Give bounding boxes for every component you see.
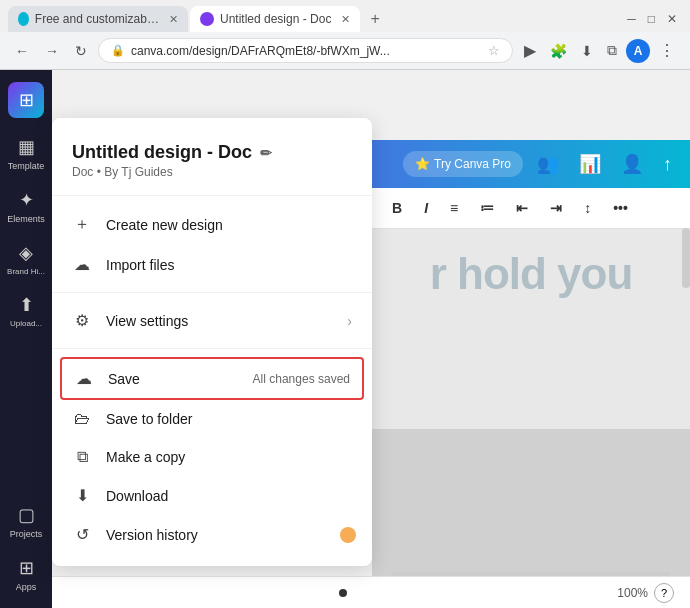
address-bar[interactable]: 🔒 canva.com/design/DAFrARQmEt8/-bfWXm_jW… bbox=[98, 38, 513, 63]
dropdown-divider-3 bbox=[52, 348, 372, 349]
template-icon: ▦ bbox=[18, 136, 35, 158]
try-pro-label: Try Canva Pro bbox=[434, 157, 511, 171]
settings-label: View settings bbox=[106, 313, 333, 329]
profile-button[interactable]: A bbox=[626, 39, 650, 63]
bookmark-icon[interactable]: ☆ bbox=[488, 43, 500, 58]
settings-icon: ⚙ bbox=[72, 311, 92, 330]
sidebar-label-template: Template bbox=[8, 161, 45, 171]
format-more[interactable]: ••• bbox=[605, 196, 636, 220]
dropdown-item-download[interactable]: ⬇ Download bbox=[52, 476, 372, 515]
copy-label: Make a copy bbox=[106, 449, 352, 465]
menu-icon[interactable]: ⋮ bbox=[654, 38, 680, 63]
save-status-text: All changes saved bbox=[253, 372, 350, 386]
forward-button[interactable]: → bbox=[40, 40, 64, 62]
dropdown-item-create[interactable]: ＋ Create new design bbox=[52, 204, 372, 245]
home-icon: ⊞ bbox=[19, 89, 34, 111]
format-align-left[interactable]: ≡ bbox=[442, 196, 466, 220]
file-dropdown: Untitled design - Doc ✏ Doc • By Tj Guid… bbox=[52, 118, 372, 566]
chart-icon[interactable]: 📊 bbox=[573, 149, 607, 179]
download-label: Download bbox=[106, 488, 352, 504]
format-indent-more[interactable]: ⇥ bbox=[542, 196, 570, 220]
browser-titlebar: Free and customizable Insta... ✕ Untitle… bbox=[0, 0, 690, 32]
zoom-level: 100% bbox=[617, 586, 648, 600]
dropdown-item-version[interactable]: ↺ Version history bbox=[52, 515, 372, 554]
sidebar-label-elements: Elements bbox=[7, 214, 45, 224]
user-plus-icon[interactable]: 👤 bbox=[615, 149, 649, 179]
extensions-icon[interactable]: ▶ bbox=[519, 38, 541, 63]
dropdown-item-import[interactable]: ☁ Import files bbox=[52, 245, 372, 284]
download-icon: ⬇ bbox=[72, 486, 92, 505]
edit-title-icon[interactable]: ✏ bbox=[260, 145, 272, 161]
save-icon: ☁ bbox=[74, 369, 94, 388]
save-label: Save bbox=[108, 371, 239, 387]
address-text: canva.com/design/DAFrARQmEt8/-bfWXm_jW..… bbox=[131, 44, 482, 58]
version-label: Version history bbox=[106, 527, 352, 543]
page-dot-indicator bbox=[339, 589, 347, 597]
lock-icon: 🔒 bbox=[111, 44, 125, 57]
version-badge bbox=[340, 527, 356, 543]
left-sidebar: ⊞ ▦ Template ✦ Elements ◈ Brand Hi... ⬆ … bbox=[0, 70, 52, 608]
tab2-close[interactable]: ✕ bbox=[341, 13, 350, 26]
dropdown-item-copy[interactable]: ⧉ Make a copy bbox=[52, 438, 372, 476]
browser-tab-2[interactable]: Untitled design - Doc ✕ bbox=[190, 6, 360, 32]
sidebar-item-projects[interactable]: ▢ Projects bbox=[0, 496, 52, 547]
status-bar: 100% ? bbox=[52, 576, 690, 608]
canvas-area: B I ≡ ≔ ⇤ ⇥ ↕ ••• r hold you bbox=[372, 188, 690, 608]
dropdown-item-save-folder[interactable]: 🗁 Save to folder bbox=[52, 400, 372, 438]
download-icon[interactable]: ⬇ bbox=[576, 40, 598, 62]
elements-icon: ✦ bbox=[19, 189, 34, 211]
sidebar-item-brand[interactable]: ◈ Brand Hi... bbox=[0, 234, 52, 284]
window-icon[interactable]: ⧉ bbox=[602, 39, 622, 62]
format-indent-less[interactable]: ⇤ bbox=[508, 196, 536, 220]
dropdown-title: Untitled design - Doc ✏ bbox=[72, 142, 352, 163]
close-button[interactable]: ✕ bbox=[662, 9, 682, 29]
format-bold[interactable]: B bbox=[384, 196, 410, 220]
minimize-button[interactable]: ─ bbox=[622, 9, 641, 29]
format-list-unordered[interactable]: ≔ bbox=[472, 196, 502, 220]
dropdown-subtitle: Doc • By Tj Guides bbox=[72, 165, 352, 179]
canva-layout: ⊞ ▦ Template ✦ Elements ◈ Brand Hi... ⬆ … bbox=[0, 70, 690, 608]
puzzle-icon[interactable]: 🧩 bbox=[545, 40, 572, 62]
sidebar-label-apps: Apps bbox=[16, 582, 37, 592]
share-button[interactable]: ↑ bbox=[657, 150, 678, 179]
maximize-button[interactable]: □ bbox=[643, 9, 660, 29]
toolbar-right: ▶ 🧩 ⬇ ⧉ A ⋮ bbox=[519, 38, 680, 63]
tab1-close[interactable]: ✕ bbox=[169, 13, 178, 26]
back-button[interactable]: ← bbox=[10, 40, 34, 62]
save-folder-label: Save to folder bbox=[106, 411, 352, 427]
dropdown-divider-1 bbox=[52, 195, 372, 196]
dropdown-header: Untitled design - Doc ✏ Doc • By Tj Guid… bbox=[52, 130, 372, 187]
try-pro-button[interactable]: ⭐ Try Canva Pro bbox=[403, 151, 523, 177]
settings-arrow-icon: › bbox=[347, 313, 352, 329]
sidebar-item-apps[interactable]: ⊞ Apps bbox=[0, 549, 52, 600]
new-tab-button[interactable]: + bbox=[362, 6, 387, 32]
dropdown-title-text: Untitled design - Doc bbox=[72, 142, 252, 163]
help-button[interactable]: ? bbox=[654, 583, 674, 603]
tab2-label: Untitled design - Doc bbox=[220, 12, 331, 26]
sidebar-item-home[interactable]: ⊞ bbox=[8, 82, 44, 118]
browser-chrome: Free and customizable Insta... ✕ Untitle… bbox=[0, 0, 690, 70]
import-icon: ☁ bbox=[72, 255, 92, 274]
sidebar-label-brand: Brand Hi... bbox=[7, 267, 45, 276]
format-italic[interactable]: I bbox=[416, 196, 436, 220]
page-navigation bbox=[339, 589, 347, 597]
reload-button[interactable]: ↻ bbox=[70, 40, 92, 62]
sidebar-item-template[interactable]: ▦ Template bbox=[0, 128, 52, 179]
apps-icon: ⊞ bbox=[19, 557, 34, 579]
dropdown-item-save[interactable]: ☁ Save All changes saved bbox=[60, 357, 364, 400]
canvas-text-preview: r hold you bbox=[430, 249, 633, 409]
canvas-scrollbar-right[interactable] bbox=[682, 228, 690, 288]
brand-icon: ◈ bbox=[19, 242, 33, 264]
tab1-label: Free and customizable Insta... bbox=[35, 12, 159, 26]
browser-tab-1[interactable]: Free and customizable Insta... ✕ bbox=[8, 6, 188, 32]
save-folder-icon: 🗁 bbox=[72, 410, 92, 428]
share-people-icon[interactable]: 👥 bbox=[531, 149, 565, 179]
projects-icon: ▢ bbox=[18, 504, 35, 526]
sidebar-label-upload: Upload... bbox=[10, 319, 42, 328]
pro-star-icon: ⭐ bbox=[415, 157, 430, 171]
sidebar-item-upload[interactable]: ⬆ Upload... bbox=[0, 286, 52, 336]
zoom-controls: 100% ? bbox=[617, 583, 674, 603]
format-line-height[interactable]: ↕ bbox=[576, 196, 599, 220]
dropdown-item-settings[interactable]: ⚙ View settings › bbox=[52, 301, 372, 340]
sidebar-item-elements[interactable]: ✦ Elements bbox=[0, 181, 52, 232]
